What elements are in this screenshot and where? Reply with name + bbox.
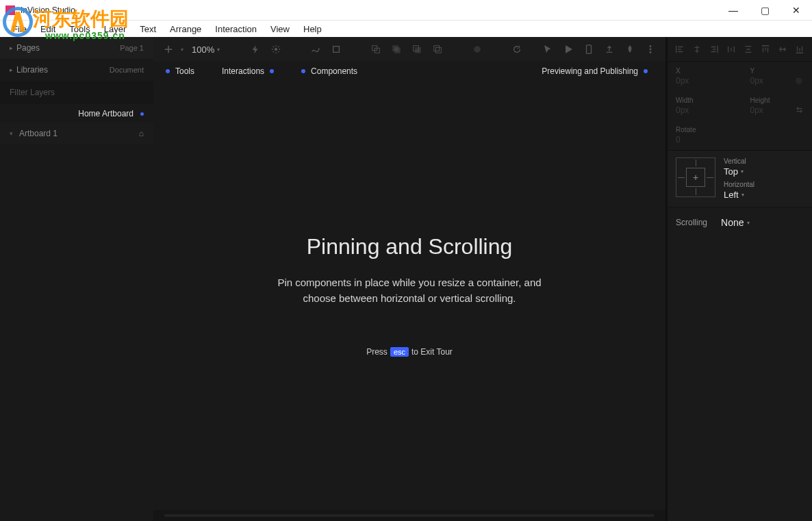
zoom-dropdown[interactable]: 100% ▾ (188, 45, 224, 55)
align-middle-icon[interactable] (776, 43, 789, 55)
svg-point-10 (474, 47, 481, 53)
gear-icon[interactable] (268, 41, 284, 58)
artboard-label: Artboard 1 (19, 129, 58, 138)
pin-target-control[interactable]: + (676, 157, 715, 197)
align-center-h-icon[interactable] (691, 43, 703, 55)
esc-key-badge: esc (390, 347, 409, 357)
tour-tab-tools[interactable]: Tools (166, 66, 194, 76)
window-titlebar: InVision Studio — ▢ ✕ (0, 0, 812, 21)
pages-label: Pages (16, 43, 120, 53)
home-icon: ⌂ (139, 129, 144, 138)
menu-layer[interactable]: Layer (97, 23, 134, 36)
vertical-label: Vertical (724, 157, 804, 165)
subtract-icon[interactable] (409, 41, 425, 58)
width-label: Width (676, 97, 730, 104)
pages-row[interactable]: ▸ Pages Page 1 (0, 37, 153, 59)
svg-rect-5 (395, 47, 401, 53)
chevron-down-icon: ▾ (10, 130, 19, 137)
align-toolbar (668, 37, 812, 62)
menu-bar: File Edit Tools Layer Text Arrange Inter… (0, 21, 812, 37)
artboard-row[interactable]: ▾ Artboard 1 ⌂ (0, 123, 153, 144)
window-close-button[interactable]: ✕ (781, 0, 812, 21)
top-toolbar: ▾ 100% ▾ (153, 37, 665, 62)
tour-tab-components[interactable]: Components (301, 66, 357, 76)
target-icon[interactable]: ◎ (796, 76, 802, 85)
mask-icon[interactable] (469, 41, 485, 58)
zoom-value: 100% (192, 45, 214, 55)
menu-tools[interactable]: Tools (62, 23, 97, 36)
svg-point-14 (650, 51, 651, 53)
chevron-right-icon: ▸ (10, 45, 16, 51)
app-icon (5, 5, 15, 15)
distribute-v-icon[interactable] (742, 43, 754, 55)
menu-help[interactable]: Help (296, 23, 329, 36)
window-minimize-button[interactable]: — (718, 0, 749, 21)
more-icon[interactable] (642, 41, 659, 58)
union-icon[interactable] (388, 41, 405, 58)
tour-tab-interactions[interactable]: Interactions (222, 66, 274, 76)
intersect-icon[interactable] (429, 41, 446, 58)
dot-icon (166, 69, 170, 73)
tour-tabs: Tools Interactions Components Previewing… (153, 62, 665, 81)
upload-icon[interactable] (601, 41, 618, 58)
scrolling-section: Scrolling None▾ (668, 207, 812, 238)
tour-content: Pinning and Scrolling Pin components in … (153, 81, 665, 510)
duplicate-icon[interactable] (368, 41, 384, 58)
inspector-panel: X0px Y0px ◎ Width0px Height0px ⇆ Rotate … (667, 37, 812, 521)
menu-arrange[interactable]: Arrange (163, 23, 208, 36)
svg-point-12 (650, 45, 651, 47)
cursor-icon[interactable] (540, 41, 556, 58)
menu-text[interactable]: Text (133, 23, 163, 36)
align-right-icon[interactable] (708, 43, 720, 55)
chevron-down-icon: ▾ (181, 47, 183, 53)
chevron-right-icon: ▸ (10, 66, 16, 73)
scrolling-dropdown[interactable]: None▾ (721, 217, 749, 228)
libraries-row[interactable]: ▸ Libraries Document (0, 59, 153, 81)
menu-file[interactable]: File (5, 23, 34, 36)
x-value[interactable]: 0px (676, 76, 730, 86)
path-icon[interactable] (307, 41, 324, 58)
chevron-down-icon: ▾ (741, 168, 744, 175)
align-bottom-icon[interactable] (794, 43, 806, 55)
libraries-label: Libraries (16, 65, 110, 75)
home-artboard-label: Home Artboard (78, 109, 134, 118)
menu-view[interactable]: View (264, 23, 296, 36)
dot-icon (301, 69, 305, 73)
filter-placeholder: Filter Layers (10, 88, 55, 97)
crop-icon[interactable] (328, 41, 344, 58)
refresh-icon[interactable] (509, 41, 525, 58)
left-panel: ▸ Pages Page 1 ▸ Libraries Document Filt… (0, 37, 153, 521)
pages-current: Page 1 (120, 44, 144, 52)
svg-rect-8 (434, 46, 440, 51)
lock-icon[interactable]: ⇆ (796, 105, 802, 114)
width-value[interactable]: 0px (676, 105, 730, 115)
menu-interaction[interactable]: Interaction (208, 23, 264, 36)
pinning-section: + Vertical Top▾ Horizontal Left▾ (668, 150, 812, 207)
align-left-icon[interactable] (674, 43, 686, 55)
rocket-icon[interactable] (622, 41, 638, 58)
bolt-icon[interactable] (247, 41, 264, 58)
horizontal-scrollbar[interactable] (153, 510, 665, 521)
y-label: Y (750, 67, 804, 75)
svg-point-13 (650, 49, 651, 50)
height-label: Height (750, 97, 804, 104)
device-icon[interactable] (581, 41, 597, 58)
rotate-value[interactable]: 0 (676, 135, 804, 144)
horizontal-label: Horizontal (724, 181, 804, 188)
filter-layers-input[interactable]: Filter Layers (0, 81, 153, 104)
window-maximize-button[interactable]: ▢ (749, 0, 781, 21)
position-section: X0px Y0px ◎ (668, 62, 812, 91)
align-top-icon[interactable] (759, 43, 772, 55)
play-icon[interactable] (560, 41, 576, 58)
tour-exit-hint: Press esc to Exit Tour (366, 347, 453, 357)
horizontal-dropdown[interactable]: Left▾ (724, 190, 804, 200)
chevron-down-icon: ▾ (747, 220, 750, 226)
menu-edit[interactable]: Edit (34, 23, 62, 36)
tour-tab-preview[interactable]: Previewing and Publishing (542, 66, 648, 76)
add-tool-button[interactable] (160, 41, 177, 58)
distribute-h-icon[interactable] (725, 43, 737, 55)
dot-icon (270, 69, 274, 73)
home-artboard-row[interactable]: Home Artboard (0, 104, 153, 123)
window-title: InVision Studio (21, 5, 718, 15)
vertical-dropdown[interactable]: Top▾ (724, 166, 804, 177)
